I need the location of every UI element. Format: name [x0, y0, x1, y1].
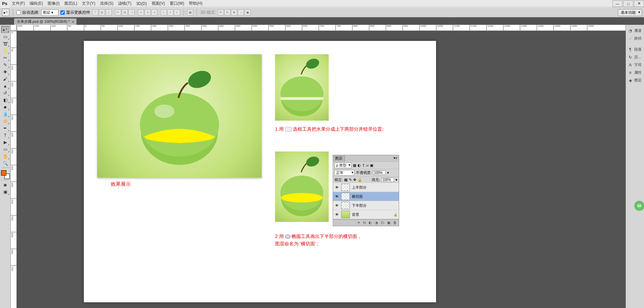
- dock-channels[interactable]: ◔通道: [626, 27, 644, 35]
- stamp-tool[interactable]: ▲: [1, 82, 9, 89]
- distribute-vcenter-icon[interactable]: ≡: [145, 9, 151, 15]
- filter-type-icon[interactable]: T: [362, 164, 365, 168]
- visibility-icon[interactable]: 👁: [334, 185, 339, 190]
- filter-pixel-icon[interactable]: ▦: [353, 163, 356, 168]
- menu-type[interactable]: 文字(Y): [79, 1, 98, 6]
- layer-row[interactable]: 👁 横切面: [333, 192, 399, 201]
- layer-row[interactable]: 👁 上半部分: [333, 183, 399, 192]
- workspace-selector[interactable]: 基本功能: [618, 9, 642, 16]
- dock-paragraph[interactable]: ¶段落: [626, 46, 644, 53]
- layers-tab[interactable]: 图层: [333, 155, 345, 162]
- lock-all-icon[interactable]: 🔒: [358, 178, 362, 182]
- layer-row[interactable]: 👁 背景 🔒: [333, 210, 399, 219]
- layer-group-icon[interactable]: 🗀: [381, 221, 384, 225]
- vertical-ruler[interactable]: 0501001502002503003504004505005506006507…: [11, 31, 17, 308]
- dock-history[interactable]: ↻历...: [626, 53, 644, 61]
- dock-layers[interactable]: ◈图层: [626, 76, 644, 84]
- menu-file[interactable]: 文件(F): [9, 1, 27, 6]
- lock-pixels-icon[interactable]: ▦: [344, 178, 347, 182]
- pen-tool[interactable]: ✒: [1, 125, 9, 131]
- align-bottom-icon[interactable]: ⊥: [106, 9, 112, 15]
- layer-filter-select[interactable]: ρ 类型: [334, 163, 352, 168]
- crop-tool[interactable]: ✂: [1, 54, 9, 61]
- fill-input[interactable]: 100%: [381, 178, 394, 182]
- auto-select-checkbox[interactable]: 自动选择:: [16, 10, 39, 15]
- 3d-camera-icon[interactable]: ▣: [245, 9, 251, 15]
- layer-fx-icon[interactable]: fx: [363, 221, 366, 225]
- distribute-right-icon[interactable]: ⦀: [174, 9, 180, 15]
- filter-adjust-icon[interactable]: ◐: [358, 163, 361, 168]
- dodge-tool[interactable]: 🔅: [1, 118, 9, 124]
- 3d-orbit-icon[interactable]: ⟳: [218, 9, 224, 15]
- show-transform-input[interactable]: [60, 10, 65, 15]
- color-swatch[interactable]: [1, 170, 10, 179]
- opacity-input[interactable]: 100%: [373, 171, 386, 175]
- quick-mask-icon[interactable]: ◙: [1, 181, 9, 188]
- marquee-tool[interactable]: ▭: [1, 33, 9, 40]
- align-left-icon[interactable]: ⊢: [115, 9, 121, 15]
- canvas-document[interactable]: 效果展示 1.用: [84, 41, 436, 302]
- auto-select-input[interactable]: [16, 10, 21, 15]
- move-tool[interactable]: ▸⁺: [1, 26, 9, 33]
- panel-menu-icon[interactable]: ▾≡: [392, 155, 399, 162]
- move-tool-icon[interactable]: ▸⁺: [2, 9, 9, 16]
- close-window-button[interactable]: ✕: [634, 0, 644, 7]
- lock-position-icon[interactable]: ✎: [349, 178, 352, 182]
- healing-tool[interactable]: ✚: [1, 68, 9, 75]
- distribute-bottom-icon[interactable]: ≡: [151, 9, 157, 15]
- 3d-pan-icon[interactable]: ✥: [231, 9, 237, 15]
- layer-thumbnail[interactable]: [341, 193, 350, 200]
- auto-select-dropdown[interactable]: 图层 ▾: [41, 9, 58, 16]
- menu-filter[interactable]: 滤镜(T): [116, 1, 133, 6]
- layer-thumbnail[interactable]: [341, 184, 350, 191]
- layer-thumbnail[interactable]: [341, 211, 350, 218]
- dock-properties[interactable]: ≡属性: [626, 69, 644, 76]
- maximize-button[interactable]: □: [623, 0, 633, 7]
- visibility-icon[interactable]: 👁: [334, 194, 339, 199]
- 3d-slide-icon[interactable]: ↔: [238, 9, 244, 15]
- filter-shape-icon[interactable]: ▱: [366, 163, 369, 168]
- history-brush-tool[interactable]: ↺: [1, 89, 9, 96]
- menu-3d[interactable]: 3D(D): [134, 1, 149, 6]
- layer-row[interactable]: 👁 下半部分: [333, 201, 399, 210]
- visibility-icon[interactable]: 👁: [334, 212, 339, 217]
- magic-wand-tool[interactable]: ✨: [1, 47, 9, 54]
- show-transform-checkbox[interactable]: 显示变换控件: [60, 10, 90, 15]
- assist-badge[interactable]: 64: [635, 201, 644, 210]
- menu-edit[interactable]: 编辑(E): [27, 1, 45, 6]
- auto-align-icon[interactable]: ▦: [187, 9, 193, 15]
- link-layers-icon[interactable]: ⚭: [357, 221, 360, 225]
- menu-view[interactable]: 视图(V): [149, 1, 167, 6]
- distribute-top-icon[interactable]: ≡: [138, 9, 144, 15]
- minimize-button[interactable]: —: [612, 0, 623, 7]
- blend-mode-select[interactable]: 正常: [334, 170, 355, 176]
- filter-smart-icon[interactable]: ▣: [370, 163, 373, 168]
- menu-image[interactable]: 图像(I): [45, 1, 62, 6]
- lasso-tool[interactable]: ➰: [1, 40, 9, 47]
- path-select-tool[interactable]: ▶: [1, 139, 9, 145]
- delete-layer-icon[interactable]: 🗑: [393, 221, 397, 225]
- gradient-tool[interactable]: ■: [1, 104, 9, 110]
- menu-select[interactable]: 选择(S): [98, 1, 116, 6]
- distribute-hcenter-icon[interactable]: ⦀: [167, 9, 173, 15]
- new-layer-icon[interactable]: ▣: [387, 221, 390, 225]
- canvas-viewport[interactable]: 效果展示 1.用: [17, 31, 626, 308]
- distribute-left-icon[interactable]: ⦀: [161, 9, 167, 15]
- align-vcenter-icon[interactable]: ⊟: [99, 9, 105, 15]
- layer-mask-icon[interactable]: ◐: [369, 221, 372, 225]
- brush-tool[interactable]: 🖌: [1, 75, 9, 82]
- document-tab[interactable]: 水果步骤.psd @ 100%(RGB/8) * ×: [14, 18, 76, 25]
- shape-tool[interactable]: ▭: [1, 146, 9, 152]
- visibility-icon[interactable]: 👁: [334, 203, 339, 208]
- layer-thumbnail[interactable]: [341, 202, 350, 209]
- adjustment-layer-icon[interactable]: ◑: [375, 221, 378, 225]
- eraser-tool[interactable]: ◧: [1, 97, 9, 103]
- type-tool[interactable]: T: [1, 132, 9, 138]
- screen-mode-icon[interactable]: ▣: [1, 188, 9, 195]
- menu-layer[interactable]: 图层(L): [62, 1, 80, 6]
- foreground-color[interactable]: [1, 170, 6, 176]
- zoom-tool[interactable]: 🔍: [1, 160, 9, 167]
- eyedropper-tool[interactable]: ✎: [1, 61, 9, 68]
- align-top-icon[interactable]: ⊤: [92, 9, 98, 15]
- menu-window[interactable]: 窗口(W): [167, 1, 186, 6]
